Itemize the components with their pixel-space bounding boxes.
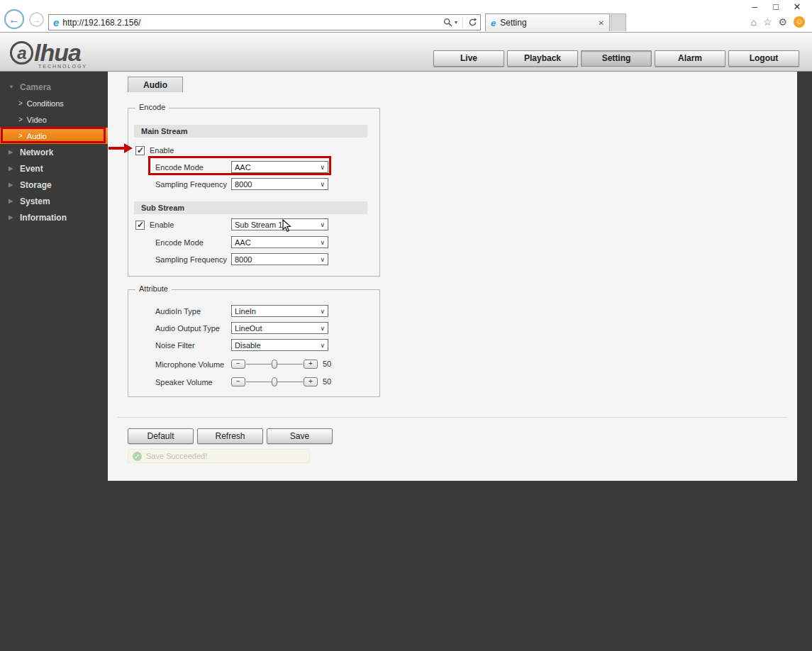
plus-button[interactable]: +	[304, 360, 318, 369]
address-bar[interactable]: e http://192.168.2.156/ ▾	[48, 14, 481, 30]
refresh-icon[interactable]	[468, 18, 477, 27]
default-button[interactable]: Default	[128, 428, 194, 444]
sidebar-item-storage[interactable]: ▶ Storage	[0, 177, 108, 193]
tab-audio[interactable]: Audio	[128, 77, 183, 92]
logo-wordmark: alhua	[10, 39, 87, 67]
sidebar-item-label: Event	[20, 164, 43, 174]
encode-group: Encode Main Stream ✓ Enable Encode Mode …	[128, 108, 380, 277]
back-icon: ←	[9, 13, 20, 26]
close-button[interactable]: ✕	[786, 1, 808, 13]
chevron-collapsed-icon: ▶	[9, 182, 15, 188]
audioin-type-select[interactable]: LineIn ∨	[231, 305, 328, 317]
select-value: LineOut	[235, 324, 320, 333]
maximize-button[interactable]: □	[765, 1, 786, 13]
slider-thumb[interactable]	[272, 360, 277, 369]
slider-track[interactable]	[246, 377, 303, 386]
child-prefix: >	[18, 132, 23, 140]
sidebar-item-network[interactable]: ▶ Network	[0, 144, 108, 160]
nav-playback-button[interactable]: Playback	[507, 50, 578, 67]
nav-logout-button[interactable]: Logout	[728, 50, 799, 67]
sidebar-item-event[interactable]: ▶ Event	[0, 160, 108, 177]
sidebar-item-camera[interactable]: ▼ Camera	[0, 79, 108, 95]
audio-output-type-label: Audio Output Type	[155, 324, 220, 333]
nav-setting-button[interactable]: Setting	[581, 50, 652, 67]
encode-mode-label: Encode Mode	[155, 163, 204, 172]
minimize-button[interactable]: –	[744, 1, 765, 13]
main-stream-enable-checkbox[interactable]: ✓	[135, 146, 145, 155]
minus-button[interactable]: −	[231, 377, 245, 386]
noise-filter-select[interactable]: Disable ∨	[231, 339, 328, 351]
browser-toolbar-icons: ⌂ ☆ ⚙ ☺	[750, 16, 805, 28]
sub-stream-select-row: Sub Stream 1 ∨	[128, 218, 379, 231]
chevron-collapsed-icon: ▶	[9, 149, 15, 155]
chevron-down-icon: ∨	[320, 256, 325, 263]
slider-thumb[interactable]	[272, 377, 277, 386]
forward-button[interactable]: →	[29, 12, 44, 27]
slider-value: 50	[323, 377, 331, 386]
new-tab-button[interactable]	[611, 13, 626, 31]
sub-stream-header: Sub Stream	[134, 201, 367, 214]
sidebar-item-label: Storage	[20, 180, 52, 190]
main-encode-mode-select[interactable]: AAC ∨	[231, 161, 328, 173]
sidebar-item-video[interactable]: > Video	[0, 111, 108, 128]
chevron-down-icon: ∨	[320, 221, 325, 228]
back-button[interactable]: ←	[4, 9, 24, 29]
audioin-type-row: AudioIn Type LineIn ∨	[128, 305, 379, 318]
select-value: Sub Stream 1	[235, 221, 320, 229]
content-panel: Audio Encode Main Stream ✓ Enable Encode…	[108, 72, 797, 481]
main-sampling-frequency-select[interactable]: 8000 ∨	[231, 178, 328, 190]
forward-icon: →	[33, 15, 41, 25]
home-icon[interactable]: ⌂	[750, 16, 756, 28]
audio-output-type-select[interactable]: LineOut ∨	[231, 322, 328, 334]
search-dropdown-icon[interactable]: ▾	[455, 19, 457, 26]
sidebar-item-system[interactable]: ▶ System	[0, 193, 108, 209]
logo-tagline: TECHNOLOGY	[38, 64, 87, 69]
logo-text: lhua	[34, 39, 81, 67]
sidebar-item-label: Information	[20, 213, 67, 223]
search-icon[interactable]	[443, 18, 452, 27]
favorites-icon[interactable]: ☆	[763, 16, 772, 28]
nav-live-button[interactable]: Live	[433, 50, 504, 67]
tab-favicon-icon: e	[491, 18, 496, 28]
noise-filter-row: Noise Filter Disable ∨	[128, 339, 379, 352]
sidebar-item-label: System	[20, 196, 50, 206]
sub-encode-mode-select[interactable]: AAC ∨	[231, 236, 328, 248]
main-stream-enable-row: ✓ Enable	[135, 145, 174, 156]
chevron-collapsed-icon: ▶	[9, 214, 15, 221]
main-sampling-frequency-row: Sampling Frequency 8000 ∨	[128, 178, 379, 191]
ie-page-icon: e	[53, 16, 59, 28]
chevron-down-icon: ∨	[320, 308, 325, 315]
select-value: 8000	[235, 180, 320, 189]
main-stream-header: Main Stream	[134, 125, 367, 138]
url-text: http://192.168.2.156/	[62, 18, 140, 28]
sampling-frequency-label: Sampling Frequency	[155, 180, 227, 189]
select-value: AAC	[235, 163, 320, 172]
slider-track[interactable]	[246, 360, 303, 369]
refresh-button[interactable]: Refresh	[197, 428, 263, 444]
sidebar-item-audio[interactable]: > Audio	[0, 128, 108, 144]
sidebar-item-information[interactable]: ▶ Information	[0, 209, 108, 226]
attribute-group: Attribute AudioIn Type LineIn ∨ Audio Ou…	[128, 289, 380, 397]
save-succeeded-toast: ✓ Save Succeeded!	[128, 449, 310, 463]
sidebar-item-label: Audio	[27, 132, 47, 140]
sub-encode-mode-row: Encode Mode AAC ∨	[128, 236, 379, 249]
feedback-smiley-icon[interactable]: ☺	[794, 16, 805, 28]
browser-tab[interactable]: e Setting ✕	[485, 13, 610, 31]
encode-legend: Encode	[135, 103, 169, 111]
check-icon: ✓	[137, 145, 144, 155]
sub-sampling-frequency-select[interactable]: 8000 ∨	[231, 253, 328, 265]
toast-text: Save Succeeded!	[146, 452, 207, 460]
sidebar-item-conditions[interactable]: > Conditions	[0, 95, 108, 111]
tools-gear-icon[interactable]: ⚙	[778, 16, 787, 28]
sub-stream-select[interactable]: Sub Stream 1 ∨	[231, 218, 328, 230]
select-value: AAC	[235, 238, 320, 247]
nav-alarm-button[interactable]: Alarm	[655, 50, 725, 67]
minus-button[interactable]: −	[231, 360, 245, 369]
plus-button[interactable]: +	[304, 377, 318, 386]
tab-close-icon[interactable]: ✕	[599, 19, 604, 27]
audio-output-type-row: Audio Output Type LineOut ∨	[128, 322, 379, 335]
main-encode-mode-row: Encode Mode AAC ∨	[128, 161, 379, 174]
child-prefix: >	[18, 99, 23, 107]
save-button[interactable]: Save	[267, 428, 333, 444]
encode-mode-label: Encode Mode	[155, 238, 204, 247]
